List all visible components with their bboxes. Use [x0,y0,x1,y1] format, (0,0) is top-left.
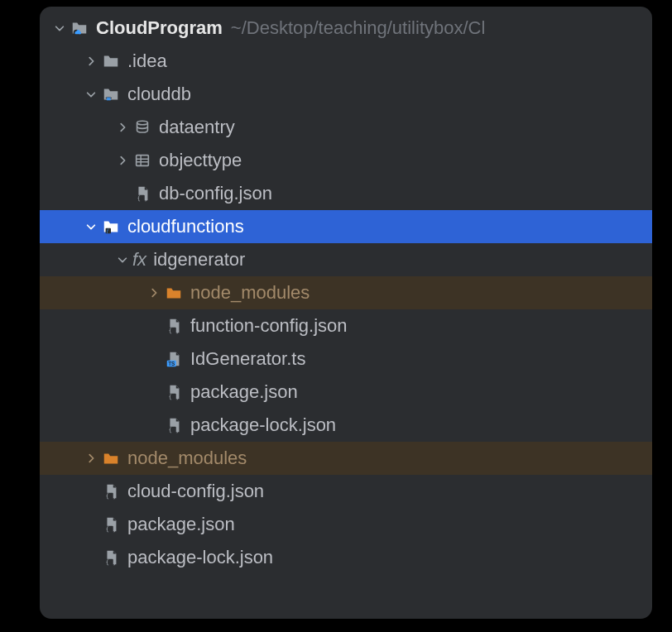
svg-point-3 [106,99,111,101]
json-icon: { } [164,316,184,336]
chevron-down-icon[interactable] [114,251,131,268]
arrow-placeholder [146,318,162,334]
tree-item-label: .idea [127,50,167,72]
chevron-right-icon[interactable] [83,450,99,467]
folder-excluded-icon [101,448,121,468]
tree-item-label: node_modules [190,282,310,304]
tree-item-label: node_modules [127,448,247,469]
json-icon: { } [164,382,184,402]
json-icon: { } [132,184,152,203]
project-tree[interactable]: CloudProgram~/Desktop/teaching/utilitybo… [40,7,652,574]
chevron-down-icon[interactable] [83,218,99,235]
arrow-placeholder [83,549,99,566]
tree-row-package-json[interactable]: { }package.json [40,376,652,409]
project-path-hint: ~/Desktop/teaching/utilitybox/Cl [231,17,486,39]
tree-item-label: clouddb [127,84,191,105]
folder-icon [101,51,121,71]
tree-row-cloudfunctions[interactable]: fcloudfunctions [40,210,652,243]
project-tree-panel: CloudProgram~/Desktop/teaching/utilitybo… [40,7,652,619]
tree-item-label: function-config.json [190,315,348,337]
tree-item-label: idgenerator [153,249,245,271]
arrow-placeholder [146,417,162,433]
tree-row-clouddb[interactable]: clouddb [40,78,652,111]
tree-row-idgenerator-ts[interactable]: TSIdGenerator.ts [40,342,652,376]
tree-row-cloudprogram[interactable]: CloudProgram~/Desktop/teaching/utilitybo… [40,12,652,45]
chevron-right-icon[interactable] [114,119,131,136]
arrow-placeholder [83,516,99,533]
svg-text:{ }: { } [169,327,180,334]
tree-item-label: objecttype [159,150,242,171]
arrow-placeholder [83,483,99,500]
tree-item-label: db-config.json [159,183,272,204]
database-icon [132,117,152,137]
tree-item-label: cloud-config.json [127,481,264,502]
tree-row-dataentry[interactable]: dataentry [40,111,652,144]
svg-text:{ }: { } [106,492,117,500]
json-icon: { } [101,548,121,567]
svg-point-2 [106,98,111,99]
folder-db-icon [101,84,121,104]
tree-row-node-modules[interactable]: node_modules [40,442,652,475]
chevron-down-icon[interactable] [83,86,99,103]
tree-row-db-config-json[interactable]: { }db-config.json [40,177,652,210]
tree-row-package-json[interactable]: { }package.json [40,508,652,541]
tree-item-label: package-lock.json [190,414,336,436]
svg-text:{ }: { } [106,525,117,533]
tree-row-package-lock-json[interactable]: { }package-lock.json [40,409,652,442]
table-icon [132,151,152,170]
folder-excluded-icon [164,283,184,303]
tree-row--idea[interactable]: .idea [40,45,652,78]
tree-item-label: package.json [127,514,235,535]
tree-row-objecttype[interactable]: objecttype [40,144,652,177]
folder-fn-icon: f [101,217,121,237]
json-icon: { } [164,415,184,435]
json-icon: { } [101,515,121,534]
chevron-right-icon[interactable] [83,53,99,69]
tree-row-idgenerator[interactable]: fxidgenerator [40,243,652,276]
tree-item-label: package.json [190,381,298,403]
chevron-right-icon[interactable] [114,152,131,169]
fx-icon: fx [132,249,146,271]
tree-item-label: cloudfunctions [127,216,244,237]
ts-icon: TS [164,349,184,369]
svg-text:{ }: { } [169,393,180,400]
json-icon: { } [101,481,121,501]
tree-item-label: package-lock.json [127,547,273,568]
tree-row-node-modules[interactable]: node_modules [40,276,652,309]
tree-row-function-config-json[interactable]: { }function-config.json [40,309,652,342]
svg-point-4 [137,121,148,125]
svg-text:{ }: { } [137,194,148,202]
svg-rect-5 [137,156,149,166]
arrow-placeholder [114,185,131,202]
tree-item-label: dataentry [159,117,235,138]
folder-cloud-icon [70,18,89,38]
svg-text:TS: TS [168,361,175,366]
arrow-placeholder [146,351,162,367]
svg-text:{ }: { } [106,558,117,566]
tree-item-label: CloudProgram [96,17,223,39]
arrow-placeholder [146,384,162,400]
svg-text:{ }: { } [169,426,180,433]
tree-row-cloud-config-json[interactable]: { }cloud-config.json [40,475,652,508]
tree-item-label: IdGenerator.ts [190,348,305,370]
chevron-right-icon[interactable] [146,285,162,301]
tree-row-package-lock-json[interactable]: { }package-lock.json [40,541,652,574]
chevron-down-icon[interactable] [51,20,68,36]
